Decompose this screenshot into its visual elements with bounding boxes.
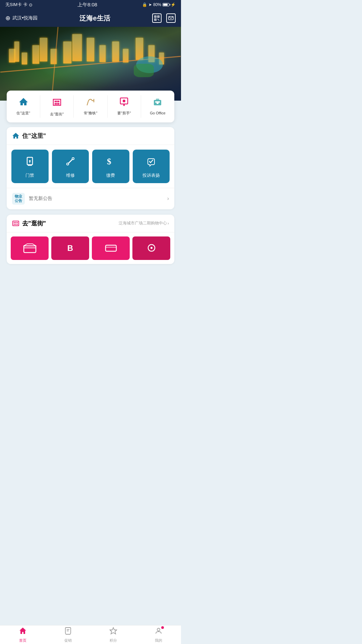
status-left: 无SIM卡 卡 ⊙ [5,2,33,8]
service-feedback[interactable]: 投诉表扬 [133,150,170,183]
app-title: 泛海e生活 [79,14,110,23]
street-section-header: 去"逛街" 泛海城市广场二期购物中心 › [7,215,174,232]
feedback-label: 投诉表扬 [142,172,160,178]
nav-item-barber[interactable]: 要"剪手" [108,95,141,118]
svg-rect-34 [13,221,19,226]
battery-percent: 80% [153,2,161,7]
notice-badge-line2: 公告 [15,199,22,203]
nav-item-iron[interactable]: 常"撸铁" [74,95,107,118]
live-section-card: 住"这里" 门禁 [7,127,174,209]
nav-item-live[interactable]: 住"这里" [7,95,40,118]
app-container: 无SIM卡 卡 ⊙ 上午8:08 🔒 ➤ 80% ⚡ ⊕ 武汉•悦海园 泛海e生… [0,0,181,293]
sim-icon: 卡 [23,2,27,8]
notice-badge: 物业 公告 [12,193,25,204]
svg-marker-24 [12,133,19,139]
svg-rect-40 [17,224,18,225]
fee-icon: $ [105,156,116,169]
svg-rect-5 [155,19,156,20]
street-section-card: 去"逛街" 泛海城市广场二期购物中心 › B [7,215,174,264]
svg-point-32 [72,158,74,159]
svg-rect-15 [58,103,59,105]
quick-nav-bar: 住"这里" 去"逛街" [7,91,174,122]
promo-icon-3 [104,243,118,253]
street-subtitle: 泛海城市广场二期购物中心 [119,220,167,226]
door-icon [24,156,35,169]
svg-rect-12 [58,101,59,102]
svg-rect-18 [123,104,125,106]
promo-item-1[interactable] [11,236,49,260]
svg-rect-36 [15,222,16,223]
svg-point-31 [67,163,68,165]
svg-rect-14 [56,103,58,105]
message-button[interactable] [166,13,176,23]
svg-rect-35 [14,222,15,223]
promo-icon-4 [145,243,158,253]
svg-rect-13 [55,103,56,105]
nav-label-iron: 常"撸铁" [84,111,98,115]
street-header-right[interactable]: 泛海城市广场二期购物中心 › [119,220,169,226]
svg-point-17 [123,100,125,102]
promo-item-2[interactable]: B [51,236,89,260]
svg-rect-41 [24,246,36,253]
location-text: 武汉•悦海园 [12,15,38,21]
header-location[interactable]: ⊕ 武汉•悦海园 [5,14,38,22]
live-section-header: 住"这里" [7,127,174,145]
nav-item-street[interactable]: 去"逛街" [40,95,74,118]
live-section-icon [12,132,19,140]
header-actions [152,13,176,23]
promo-item-3[interactable] [92,236,130,260]
notice-badge-line1: 物业 [15,194,22,199]
nav-icon-street [52,97,62,109]
wifi-icon: ⊙ [29,2,33,7]
repair-label: 维修 [66,172,75,178]
status-right: 🔒 ➤ 80% ⚡ [142,2,176,7]
service-repair[interactable]: 维修 [52,150,89,183]
app-header: ⊕ 武汉•悦海园 泛海e生活 [0,9,181,27]
svg-line-6 [158,19,159,20]
service-fee[interactable]: $ 缴费 [92,150,129,183]
nav-icon-iron [85,97,96,108]
street-section-title: 去"逛街" [22,219,46,227]
main-content: 住"这里" 去"逛街" [0,27,181,293]
service-door[interactable]: 门禁 [11,150,49,183]
street-arrow-icon: › [168,221,169,226]
svg-rect-38 [14,224,15,225]
nav-icon-live [18,97,28,108]
svg-rect-11 [56,101,58,102]
nav-icon-office [153,97,163,108]
location-icon: ➤ [148,2,152,7]
carrier-text: 无SIM卡 [5,2,22,8]
svg-rect-44 [106,245,116,251]
svg-rect-4 [158,16,159,17]
fee-label: 缴费 [106,172,115,178]
svg-rect-37 [17,222,18,223]
battery-icon [163,3,169,6]
feedback-icon [146,156,157,169]
nav-label-office: Go Office [150,111,165,115]
svg-marker-43 [24,244,36,246]
nav-label-live: 住"这里" [16,111,30,115]
status-bar: 无SIM卡 卡 ⊙ 上午8:08 🔒 ➤ 80% ⚡ [0,0,181,9]
nav-label-barber: 要"剪手" [117,111,131,115]
svg-text:$: $ [107,157,111,166]
street-section-icon [12,220,19,227]
promo-icon-1 [23,243,37,253]
notice-arrow-icon: › [167,196,169,202]
door-label: 门禁 [25,172,34,178]
nav-label-street: 去"逛街" [50,112,64,116]
promo-grid: B [7,232,174,264]
svg-rect-3 [155,16,156,17]
service-grid: 门禁 维修 [7,145,174,188]
promo-item-4[interactable] [132,236,170,260]
lock-icon: 🔒 [142,2,147,7]
status-time: 上午8:08 [77,2,97,8]
hero-banner[interactable] [0,27,181,101]
street-header-left: 去"逛街" [12,219,46,227]
promo-icon-2: B [67,244,73,253]
notice-row[interactable]: 物业 公告 暂无新公告 › [7,188,174,209]
nav-item-office[interactable]: Go Office [141,95,174,118]
scan-button[interactable] [152,13,162,23]
svg-rect-39 [15,224,16,225]
svg-point-47 [150,247,153,249]
nav-icon-barber [119,97,129,108]
